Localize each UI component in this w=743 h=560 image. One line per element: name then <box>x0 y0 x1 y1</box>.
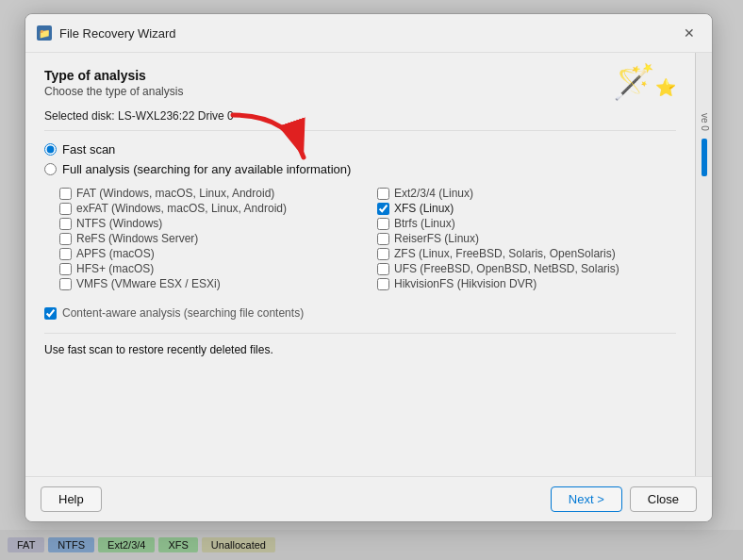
fs-ufs-checkbox[interactable] <box>377 263 389 275</box>
taskbar-item-xfs[interactable]: XFS <box>158 537 197 552</box>
fs-apfs-label[interactable]: APFS (macOS) <box>76 247 155 260</box>
fs-ntfs-label[interactable]: NTFS (Windows) <box>76 217 162 230</box>
fs-hfsplus: HFS+ (macOS) <box>59 261 358 276</box>
full-analysis-radio[interactable] <box>44 163 57 175</box>
content-aware-row: Content-aware analysis (searching file c… <box>44 306 676 320</box>
fs-hikvisionfs-checkbox[interactable] <box>377 278 389 290</box>
fs-ufs: UFS (FreeBSD, OpenBSD, NetBSD, Solaris) <box>377 261 676 276</box>
side-panel-tab: ve 0 <box>696 109 712 135</box>
dialog-footer: Help Next > Close <box>25 476 712 521</box>
fs-btrfs-checkbox[interactable] <box>377 218 389 230</box>
help-button[interactable]: Help <box>41 486 102 512</box>
fast-scan-radio[interactable] <box>44 143 57 156</box>
fs-reiserfs-checkbox[interactable] <box>377 233 389 245</box>
fs-btrfs-label[interactable]: Btrfs (Linux) <box>394 217 455 230</box>
fs-hfsplus-label[interactable]: HFS+ (macOS) <box>76 262 154 275</box>
fs-btrfs: Btrfs (Linux) <box>377 216 676 231</box>
full-analysis-row: Full analysis (searching for any availab… <box>44 162 676 176</box>
fs-exfat: exFAT (Windows, macOS, Linux, Android) <box>59 201 358 216</box>
info-text: Use fast scan to restore recently delete… <box>44 343 273 356</box>
fs-xfs-checkbox[interactable] <box>377 203 389 215</box>
fs-ext234-checkbox[interactable] <box>377 188 389 200</box>
fs-zfs: ZFS (Linux, FreeBSD, Solaris, OpenSolari… <box>377 246 676 261</box>
fs-zfs-checkbox[interactable] <box>377 248 389 260</box>
fs-ufs-label[interactable]: UFS (FreeBSD, OpenBSD, NetBSD, Solaris) <box>394 262 619 275</box>
taskbar-item-fat[interactable]: FAT <box>8 537 44 552</box>
fs-zfs-label[interactable]: ZFS (Linux, FreeBSD, Solaris, OpenSolari… <box>394 247 616 260</box>
taskbar-item-unallocated[interactable]: Unallocated <box>202 537 275 552</box>
content-aware-checkbox[interactable] <box>44 307 57 320</box>
fs-reiserfs: ReiserFS (Linux) <box>377 231 676 246</box>
fs-refs-label[interactable]: ReFS (Windows Server) <box>76 232 198 245</box>
fs-apfs: APFS (macOS) <box>59 246 358 261</box>
fs-hikvisionfs: HikvisionFS (Hikvision DVR) <box>377 276 676 291</box>
app-icon: 📁 <box>37 25 52 41</box>
fs-hfsplus-checkbox[interactable] <box>59 263 72 275</box>
full-analysis-label[interactable]: Full analysis (searching for any availab… <box>62 162 351 176</box>
fs-fat: FAT (Windows, macOS, Linux, Android) <box>59 186 358 201</box>
close-button[interactable]: Close <box>630 486 697 512</box>
next-button[interactable]: Next > <box>551 486 622 512</box>
fs-vmfs-label[interactable]: VMFS (VMware ESX / ESXi) <box>76 277 221 290</box>
fs-ext234-label[interactable]: Ext2/3/4 (Linux) <box>394 187 473 200</box>
fs-ntfs: NTFS (Windows) <box>59 216 358 231</box>
fast-scan-row: Fast scan <box>44 142 676 156</box>
wizard-icon: 🪄⭐ <box>613 62 676 102</box>
fs-exfat-label[interactable]: exFAT (Windows, macOS, Linux, Android) <box>76 202 287 215</box>
fast-scan-label[interactable]: Fast scan <box>62 142 115 156</box>
fs-ntfs-checkbox[interactable] <box>59 218 72 230</box>
fs-exfat-checkbox[interactable] <box>59 203 72 215</box>
dialog-title: File Recovery Wizard <box>59 26 176 41</box>
fs-xfs-label[interactable]: XFS (Linux) <box>394 202 454 215</box>
fs-vmfs-checkbox[interactable] <box>59 278 72 290</box>
fs-refs: ReFS (Windows Server) <box>59 231 358 246</box>
taskbar-item-ext[interactable]: Ext2/3/4 <box>98 537 155 552</box>
section-subheading: Choose the type of analysis <box>44 85 183 98</box>
content-aware-label[interactable]: Content-aware analysis (searching file c… <box>62 306 304 320</box>
title-bar: 📁 File Recovery Wizard ✕ <box>25 14 712 53</box>
taskbar-item-ntfs[interactable]: NTFS <box>48 537 94 552</box>
fs-refs-checkbox[interactable] <box>59 233 72 245</box>
fs-vmfs: VMFS (VMware ESX / ESXi) <box>59 276 358 291</box>
selected-disk-label: Selected disk: LS-WXL236:22 Drive 0 <box>44 109 234 123</box>
side-panel-bar <box>702 139 707 176</box>
fs-ext234: Ext2/3/4 (Linux) <box>377 186 676 201</box>
filesystem-grid: FAT (Windows, macOS, Linux, Android) exF… <box>59 186 676 291</box>
fs-reiserfs-label[interactable]: ReiserFS (Linux) <box>394 232 479 245</box>
section-heading: Type of analysis <box>44 68 183 83</box>
fs-fat-label[interactable]: FAT (Windows, macOS, Linux, Android) <box>76 187 274 200</box>
fs-fat-checkbox[interactable] <box>59 188 72 200</box>
fs-hikvisionfs-label[interactable]: HikvisionFS (Hikvision DVR) <box>394 277 537 290</box>
fs-xfs: XFS (Linux) <box>377 201 676 216</box>
close-title-button[interactable]: ✕ <box>678 22 701 44</box>
fs-apfs-checkbox[interactable] <box>59 248 72 260</box>
